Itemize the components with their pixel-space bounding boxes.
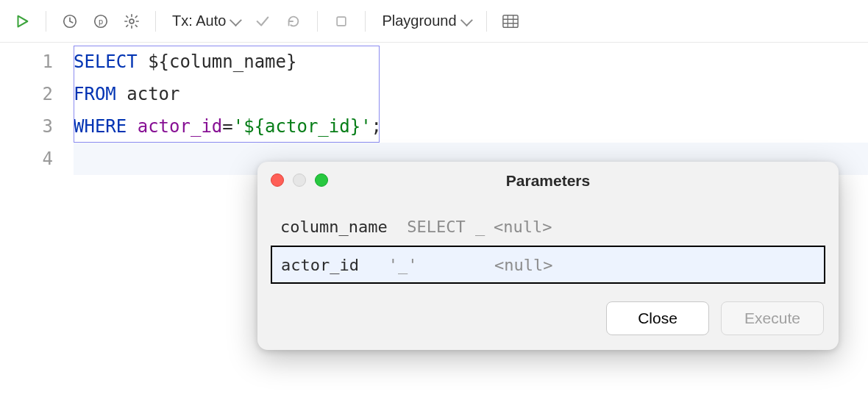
- tx-mode-dropdown[interactable]: Tx: Auto: [166, 8, 245, 35]
- param-cell[interactable]: column_name SELECT _: [271, 218, 485, 236]
- code-line: SELECT ${column_name}: [74, 46, 868, 78]
- table-view-icon[interactable]: [497, 8, 524, 35]
- commit-icon[interactable]: [249, 8, 276, 35]
- window-controls: [271, 174, 328, 187]
- tx-mode-label: Tx: Auto: [172, 12, 226, 29]
- toolbar-divider: [486, 11, 487, 32]
- code-area[interactable]: SELECT ${column_name} FROM actor WHERE a…: [74, 43, 868, 175]
- param-value-cell[interactable]: <null>: [485, 218, 825, 236]
- param-value-cell[interactable]: <null>: [485, 256, 824, 274]
- gutter-line: 1: [0, 46, 53, 78]
- close-button[interactable]: Close: [606, 301, 709, 335]
- toolbar-divider: [155, 11, 156, 32]
- gutter-line: 4: [0, 143, 53, 175]
- svg-rect-4: [338, 17, 346, 26]
- parameters-table: column_name SELECT _ <null> actor_id '_'…: [271, 207, 825, 284]
- chevron-down-icon: [460, 14, 472, 26]
- code-line: WHERE actor_id='${actor_id}';: [74, 110, 868, 143]
- toolbar: p Tx: Auto Playground: [0, 0, 868, 43]
- stop-icon[interactable]: [328, 8, 355, 35]
- gutter-line: 3: [0, 110, 53, 143]
- code-editor[interactable]: 1 2 3 4 SELECT ${column_name} FROM actor…: [0, 43, 868, 175]
- session-label: Playground: [382, 12, 456, 29]
- parameters-dialog: Parameters column_name SELECT _ <null> a…: [257, 162, 839, 350]
- close-window-icon[interactable]: [271, 174, 284, 187]
- dialog-title: Parameters: [506, 172, 590, 190]
- p-icon[interactable]: p: [88, 8, 114, 35]
- toolbar-divider: [46, 11, 46, 32]
- zoom-window-icon[interactable]: [315, 174, 328, 187]
- line-gutter: 1 2 3 4: [0, 43, 74, 175]
- dialog-footer: Close Execute: [257, 284, 839, 350]
- parameter-row[interactable]: actor_id '_' <null>: [271, 246, 825, 284]
- svg-text:p: p: [99, 16, 104, 26]
- settings-icon[interactable]: [118, 8, 145, 35]
- minimize-window-icon[interactable]: [293, 174, 306, 187]
- svg-rect-5: [502, 15, 517, 27]
- parameter-row[interactable]: column_name SELECT _ <null>: [271, 207, 825, 246]
- execute-button[interactable]: Execute: [721, 301, 824, 335]
- history-icon[interactable]: [57, 8, 83, 35]
- session-dropdown[interactable]: Playground: [376, 8, 475, 35]
- gutter-line: 2: [0, 78, 53, 110]
- rollback-icon[interactable]: [280, 8, 307, 35]
- param-cell[interactable]: actor_id '_': [272, 256, 485, 274]
- dialog-titlebar: Parameters: [257, 162, 839, 200]
- run-button[interactable]: [9, 8, 35, 35]
- code-line: FROM actor: [74, 78, 868, 110]
- toolbar-divider: [317, 11, 318, 32]
- toolbar-divider: [365, 11, 366, 32]
- svg-point-3: [129, 19, 134, 24]
- chevron-down-icon: [230, 14, 242, 26]
